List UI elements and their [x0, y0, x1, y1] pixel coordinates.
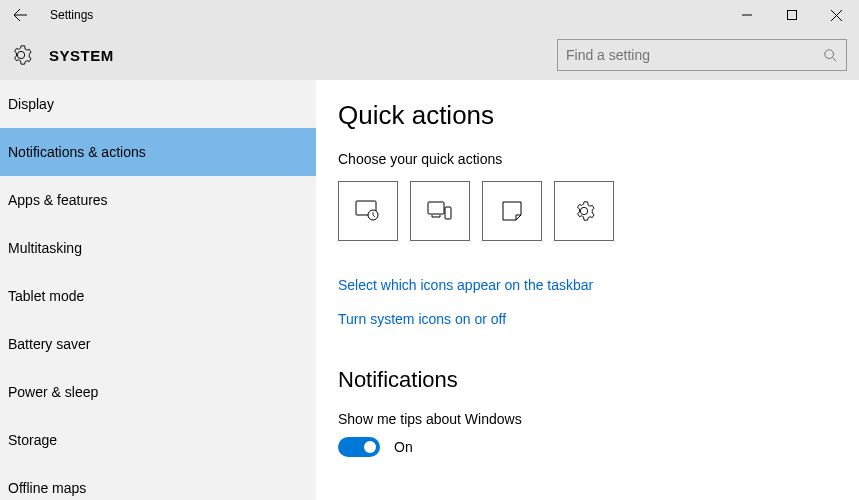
sidebar-item-display[interactable]: Display — [0, 80, 316, 128]
page-category: SYSTEM — [49, 47, 114, 64]
arrow-left-icon — [12, 7, 28, 23]
sidebar-item-label: Power & sleep — [8, 384, 98, 400]
sidebar-item-label: Tablet mode — [8, 288, 84, 304]
sidebar-item-battery-saver[interactable]: Battery saver — [0, 320, 316, 368]
system-icon-box — [5, 39, 37, 71]
close-icon — [831, 10, 842, 21]
content: Quick actions Choose your quick actions … — [316, 80, 859, 500]
svg-rect-5 — [445, 207, 451, 219]
toggle-knob — [364, 441, 376, 453]
settings-gear-icon — [573, 200, 595, 222]
svg-rect-0 — [787, 11, 796, 20]
sidebar-item-multitasking[interactable]: Multitasking — [0, 224, 316, 272]
close-button[interactable] — [814, 0, 859, 30]
sidebar-item-label: Multitasking — [8, 240, 82, 256]
maximize-button[interactable] — [769, 0, 814, 30]
note-icon — [502, 201, 522, 221]
quick-actions-subtitle: Choose your quick actions — [338, 151, 859, 167]
search-box[interactable] — [557, 39, 847, 71]
notifications-title: Notifications — [338, 367, 859, 393]
back-button[interactable] — [0, 0, 40, 30]
tablet-mode-icon — [355, 200, 381, 222]
links-block: Select which icons appear on the taskbar… — [338, 277, 859, 327]
sidebar-item-notifications-actions[interactable]: Notifications & actions — [0, 128, 316, 176]
quick-actions-title: Quick actions — [338, 100, 859, 131]
link-system-icons[interactable]: Turn system icons on or off — [338, 311, 859, 327]
quick-action-tile-settings[interactable] — [554, 181, 614, 241]
search-input[interactable] — [566, 47, 822, 63]
sidebar-item-label: Storage — [8, 432, 57, 448]
tips-toggle[interactable] — [338, 437, 380, 457]
maximize-icon — [787, 10, 797, 20]
tips-toggle-row: On — [338, 437, 859, 457]
sidebar: Display Notifications & actions Apps & f… — [0, 80, 316, 500]
quick-action-tile-connect[interactable] — [410, 181, 470, 241]
link-taskbar-icons[interactable]: Select which icons appear on the taskbar — [338, 277, 859, 293]
tips-toggle-state: On — [394, 439, 413, 455]
svg-point-1 — [825, 50, 834, 59]
sidebar-item-offline-maps[interactable]: Offline maps — [0, 464, 316, 500]
tips-label: Show me tips about Windows — [338, 411, 859, 427]
body: Display Notifications & actions Apps & f… — [0, 80, 859, 500]
svg-rect-4 — [428, 202, 444, 214]
sidebar-item-apps-features[interactable]: Apps & features — [0, 176, 316, 224]
minimize-icon — [742, 10, 752, 20]
sidebar-item-label: Apps & features — [8, 192, 108, 208]
connect-icon — [427, 201, 453, 221]
sidebar-item-storage[interactable]: Storage — [0, 416, 316, 464]
quick-action-tiles — [338, 181, 859, 241]
quick-action-tile-tablet-mode[interactable] — [338, 181, 398, 241]
sidebar-item-label: Notifications & actions — [8, 144, 146, 160]
gear-icon — [10, 44, 32, 66]
minimize-button[interactable] — [724, 0, 769, 30]
search-icon — [822, 47, 838, 63]
sidebar-item-label: Offline maps — [8, 480, 86, 496]
app-title: Settings — [50, 8, 93, 22]
header: SYSTEM — [0, 30, 859, 80]
quick-action-tile-note[interactable] — [482, 181, 542, 241]
sidebar-item-tablet-mode[interactable]: Tablet mode — [0, 272, 316, 320]
sidebar-item-label: Display — [8, 96, 54, 112]
sidebar-item-power-sleep[interactable]: Power & sleep — [0, 368, 316, 416]
titlebar: Settings — [0, 0, 859, 30]
sidebar-item-label: Battery saver — [8, 336, 90, 352]
